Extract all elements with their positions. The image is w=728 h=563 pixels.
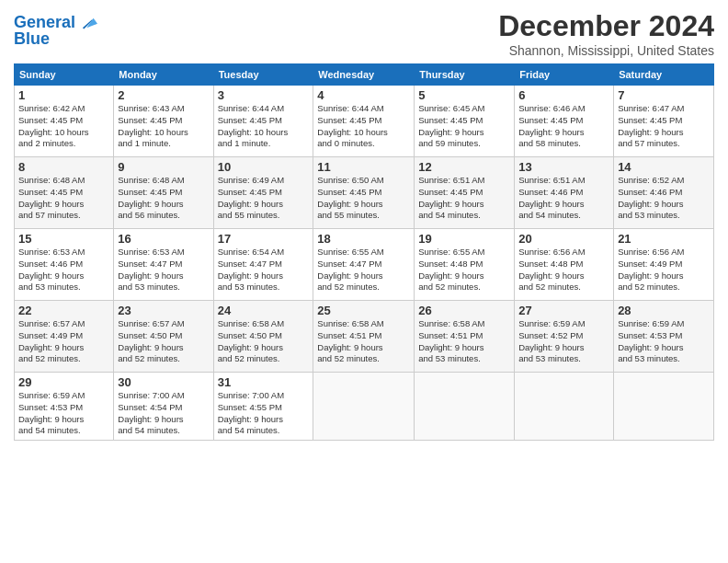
- calendar-cell-day-3: 3Sunrise: 6:44 AM Sunset: 4:45 PM Daylig…: [213, 86, 313, 157]
- calendar-cell-day-13: 13Sunrise: 6:51 AM Sunset: 4:46 PM Dayli…: [515, 157, 614, 229]
- day-number: 3: [218, 88, 310, 102]
- day-number: 16: [118, 232, 209, 246]
- calendar-cell-day-10: 10Sunrise: 6:49 AM Sunset: 4:45 PM Dayli…: [213, 157, 313, 229]
- calendar-cell-day-5: 5Sunrise: 6:45 AM Sunset: 4:45 PM Daylig…: [415, 86, 515, 157]
- day-number: 29: [18, 375, 109, 389]
- day-number: 30: [118, 375, 209, 389]
- calendar-cell-day-21: 21Sunrise: 6:56 AM Sunset: 4:49 PM Dayli…: [614, 229, 714, 301]
- day-number: 10: [218, 160, 310, 174]
- calendar-cell-day-29: 29Sunrise: 6:59 AM Sunset: 4:53 PM Dayli…: [15, 373, 114, 441]
- day-info: Sunrise: 6:51 AM Sunset: 4:46 PM Dayligh…: [518, 175, 609, 222]
- day-number: 28: [618, 304, 710, 317]
- calendar-cell-day-16: 16Sunrise: 6:53 AM Sunset: 4:47 PM Dayli…: [114, 229, 213, 301]
- day-number: 14: [618, 160, 710, 174]
- day-info: Sunrise: 6:46 AM Sunset: 4:45 PM Dayligh…: [518, 103, 609, 150]
- calendar-cell-day-18: 18Sunrise: 6:55 AM Sunset: 4:47 PM Dayli…: [313, 229, 415, 301]
- day-header-thursday: Thursday: [415, 64, 515, 86]
- logo: General Blue: [14, 13, 97, 49]
- calendar-cell-day-2: 2Sunrise: 6:43 AM Sunset: 4:45 PM Daylig…: [114, 86, 213, 157]
- day-info: Sunrise: 6:52 AM Sunset: 4:46 PM Dayligh…: [618, 175, 710, 222]
- day-number: 15: [18, 232, 109, 246]
- calendar-cell-day-31: 31Sunrise: 7:00 AM Sunset: 4:55 PM Dayli…: [213, 373, 313, 441]
- title-section: December 2024 Shannon, Mississippi, Unit…: [498, 9, 714, 58]
- calendar-week-row: 15Sunrise: 6:53 AM Sunset: 4:46 PM Dayli…: [15, 229, 714, 301]
- day-header-friday: Friday: [515, 64, 614, 86]
- day-info: Sunrise: 6:53 AM Sunset: 4:47 PM Dayligh…: [118, 247, 209, 293]
- day-info: Sunrise: 6:59 AM Sunset: 4:53 PM Dayligh…: [618, 318, 710, 365]
- logo-icon: [77, 13, 97, 33]
- day-number: 22: [18, 304, 109, 317]
- day-info: Sunrise: 6:55 AM Sunset: 4:47 PM Dayligh…: [317, 247, 410, 293]
- day-number: 19: [418, 232, 510, 246]
- empty-cell: [515, 373, 614, 441]
- day-number: 17: [218, 232, 310, 246]
- day-number: 9: [118, 160, 209, 174]
- calendar-cell-day-20: 20Sunrise: 6:56 AM Sunset: 4:48 PM Dayli…: [515, 229, 614, 301]
- day-info: Sunrise: 6:42 AM Sunset: 4:45 PM Dayligh…: [18, 103, 109, 150]
- day-info: Sunrise: 6:49 AM Sunset: 4:45 PM Dayligh…: [218, 175, 310, 222]
- day-info: Sunrise: 6:43 AM Sunset: 4:45 PM Dayligh…: [118, 103, 209, 150]
- calendar-cell-day-25: 25Sunrise: 6:58 AM Sunset: 4:51 PM Dayli…: [313, 301, 415, 373]
- day-number: 27: [518, 304, 609, 317]
- day-info: Sunrise: 6:54 AM Sunset: 4:47 PM Dayligh…: [218, 247, 310, 293]
- day-number: 2: [118, 88, 209, 102]
- empty-cell: [313, 373, 415, 441]
- day-number: 31: [218, 375, 310, 389]
- day-info: Sunrise: 6:48 AM Sunset: 4:45 PM Dayligh…: [118, 175, 209, 222]
- calendar-cell-day-7: 7Sunrise: 6:47 AM Sunset: 4:45 PM Daylig…: [614, 86, 714, 157]
- day-info: Sunrise: 6:57 AM Sunset: 4:50 PM Dayligh…: [118, 318, 209, 365]
- calendar-cell-day-12: 12Sunrise: 6:51 AM Sunset: 4:45 PM Dayli…: [415, 157, 515, 229]
- day-info: Sunrise: 6:44 AM Sunset: 4:45 PM Dayligh…: [218, 103, 310, 150]
- day-info: Sunrise: 6:58 AM Sunset: 4:51 PM Dayligh…: [317, 318, 410, 365]
- day-number: 6: [518, 88, 609, 102]
- day-info: Sunrise: 6:56 AM Sunset: 4:49 PM Dayligh…: [618, 247, 710, 293]
- day-number: 20: [518, 232, 609, 246]
- calendar-table: SundayMondayTuesdayWednesdayThursdayFrid…: [14, 63, 714, 441]
- location-title: Shannon, Mississippi, United States: [498, 43, 714, 58]
- day-header-monday: Monday: [114, 64, 213, 86]
- day-number: 1: [18, 88, 109, 102]
- day-number: 23: [118, 304, 209, 317]
- day-info: Sunrise: 6:50 AM Sunset: 4:45 PM Dayligh…: [317, 175, 410, 222]
- calendar-cell-day-4: 4Sunrise: 6:44 AM Sunset: 4:45 PM Daylig…: [313, 86, 415, 157]
- day-header-saturday: Saturday: [614, 64, 714, 86]
- calendar-cell-day-30: 30Sunrise: 7:00 AM Sunset: 4:54 PM Dayli…: [114, 373, 213, 441]
- day-info: Sunrise: 6:58 AM Sunset: 4:51 PM Dayligh…: [418, 318, 510, 365]
- day-info: Sunrise: 6:44 AM Sunset: 4:45 PM Dayligh…: [317, 103, 410, 150]
- day-info: Sunrise: 6:48 AM Sunset: 4:45 PM Dayligh…: [18, 175, 109, 222]
- calendar-week-row: 8Sunrise: 6:48 AM Sunset: 4:45 PM Daylig…: [15, 157, 714, 229]
- day-number: 5: [418, 88, 510, 102]
- day-info: Sunrise: 6:58 AM Sunset: 4:50 PM Dayligh…: [218, 318, 310, 365]
- day-number: 18: [317, 232, 410, 246]
- calendar-week-row: 1Sunrise: 6:42 AM Sunset: 4:45 PM Daylig…: [15, 86, 714, 157]
- day-number: 12: [418, 160, 510, 174]
- empty-cell: [415, 373, 515, 441]
- day-number: 7: [618, 88, 710, 102]
- day-info: Sunrise: 6:45 AM Sunset: 4:45 PM Dayligh…: [418, 103, 510, 150]
- day-number: 11: [317, 160, 410, 174]
- day-info: Sunrise: 6:53 AM Sunset: 4:46 PM Dayligh…: [18, 247, 109, 293]
- calendar-cell-day-15: 15Sunrise: 6:53 AM Sunset: 4:46 PM Dayli…: [15, 229, 114, 301]
- day-header-wednesday: Wednesday: [313, 64, 415, 86]
- calendar-cell-day-19: 19Sunrise: 6:55 AM Sunset: 4:48 PM Dayli…: [415, 229, 515, 301]
- day-number: 21: [618, 232, 710, 246]
- day-number: 13: [518, 160, 609, 174]
- calendar-cell-day-27: 27Sunrise: 6:59 AM Sunset: 4:52 PM Dayli…: [515, 301, 614, 373]
- calendar-cell-day-17: 17Sunrise: 6:54 AM Sunset: 4:47 PM Dayli…: [213, 229, 313, 301]
- month-title: December 2024: [498, 9, 714, 43]
- day-info: Sunrise: 7:00 AM Sunset: 4:55 PM Dayligh…: [218, 390, 310, 437]
- calendar-cell-day-9: 9Sunrise: 6:48 AM Sunset: 4:45 PM Daylig…: [114, 157, 213, 229]
- calendar-cell-day-14: 14Sunrise: 6:52 AM Sunset: 4:46 PM Dayli…: [614, 157, 714, 229]
- day-number: 26: [418, 304, 510, 317]
- day-header-sunday: Sunday: [15, 64, 114, 86]
- calendar-cell-day-24: 24Sunrise: 6:58 AM Sunset: 4:50 PM Dayli…: [213, 301, 313, 373]
- day-number: 4: [317, 88, 410, 102]
- day-info: Sunrise: 6:55 AM Sunset: 4:48 PM Dayligh…: [418, 247, 510, 293]
- calendar-cell-day-1: 1Sunrise: 6:42 AM Sunset: 4:45 PM Daylig…: [15, 86, 114, 157]
- calendar-cell-day-8: 8Sunrise: 6:48 AM Sunset: 4:45 PM Daylig…: [15, 157, 114, 229]
- day-info: Sunrise: 6:59 AM Sunset: 4:53 PM Dayligh…: [18, 390, 109, 437]
- calendar-header-row: SundayMondayTuesdayWednesdayThursdayFrid…: [15, 64, 714, 86]
- day-info: Sunrise: 6:57 AM Sunset: 4:49 PM Dayligh…: [18, 318, 109, 365]
- day-header-tuesday: Tuesday: [213, 64, 313, 86]
- calendar-cell-day-22: 22Sunrise: 6:57 AM Sunset: 4:49 PM Dayli…: [15, 301, 114, 373]
